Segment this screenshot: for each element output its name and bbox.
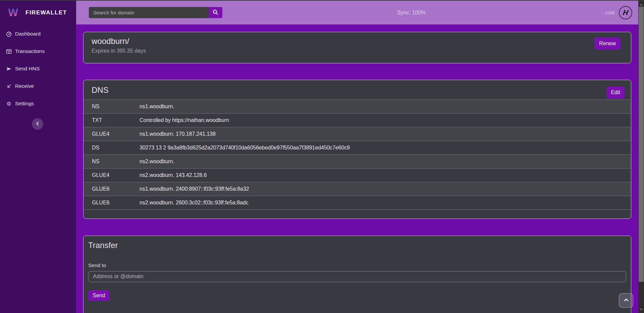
- brand[interactable]: W FIREWALLET: [0, 1, 76, 24]
- window-top-edge: [0, 0, 644, 1]
- record-value: ns1.woodburn.: [140, 100, 631, 114]
- dns-title: DNS: [92, 85, 623, 95]
- sidebar-item-label: Receive: [15, 83, 34, 89]
- sidebar-item-label: Dashboard: [15, 31, 41, 37]
- record-type: NS: [84, 155, 140, 169]
- table-row: GLUE6 ns1.woodburn. 2400:8907::f03c:93ff…: [84, 182, 631, 196]
- table-row: NS ns2.woodburn.: [84, 155, 631, 169]
- arrow-down-left-icon: [6, 83, 12, 89]
- domain-search: [89, 7, 222, 18]
- chevron-up-icon: [624, 297, 629, 304]
- firewallet-logo-icon: W: [6, 5, 20, 20]
- wallet-group: cold H: [605, 1, 632, 24]
- table-row: TXT Controlled by https://nathan.woodbur…: [84, 114, 631, 127]
- chevron-left-icon: [36, 122, 40, 127]
- vertical-scrollbar: ▲ ▼: [638, 1, 644, 313]
- sync-status: Sync: 100%: [397, 1, 426, 24]
- topbar: Sync: 100% cold H: [76, 1, 638, 24]
- speedometer-icon: [6, 31, 12, 37]
- domain-card: woodburn/ Expires in 395.35 days Renew: [83, 32, 631, 63]
- scrollbar-up-icon[interactable]: ▲: [638, 2, 644, 7]
- main-content: woodburn/ Expires in 395.35 days Renew D…: [76, 24, 638, 313]
- dns-card: DNS Edit NS ns1.woodburn. TXT Controlled…: [83, 80, 631, 219]
- sidebar-item-label: Settings: [15, 101, 34, 107]
- record-type: TXT: [84, 114, 140, 127]
- table-icon: [6, 49, 12, 54]
- table-row: GLUE4 ns1.woodburn. 170.187.241.138: [84, 127, 631, 141]
- scroll-to-top-button[interactable]: [619, 293, 633, 308]
- svg-text:W: W: [8, 6, 18, 18]
- transfer-title: Transfer: [88, 241, 626, 250]
- edit-dns-button[interactable]: Edit: [606, 86, 625, 99]
- dns-card-header: DNS: [84, 80, 631, 100]
- domain-expiry: Expires in 395.35 days: [92, 48, 623, 54]
- record-type: DS: [84, 141, 140, 155]
- table-row: GLUE4 ns2.woodburn. 143.42.128.6: [84, 169, 631, 182]
- record-value: ns2.woodburn.: [140, 155, 631, 169]
- transfer-card: Transfer Send to Send: [83, 236, 631, 313]
- table-row: NS ns1.woodburn.: [84, 100, 631, 114]
- record-type: GLUE6: [84, 182, 140, 196]
- dns-records-table: NS ns1.woodburn. TXT Controlled by https…: [84, 100, 631, 210]
- send-transfer-button[interactable]: Send: [88, 290, 109, 301]
- gear-icon: ⚙: [6, 101, 12, 107]
- search-button[interactable]: [209, 7, 222, 18]
- sidebar-item-settings[interactable]: ⚙ Settings: [0, 95, 76, 112]
- scrollbar-down-icon[interactable]: ▼: [638, 307, 644, 312]
- handshake-avatar-icon[interactable]: H: [619, 6, 632, 19]
- renew-button[interactable]: Renew: [594, 38, 621, 50]
- transfer-address-input[interactable]: [88, 271, 626, 282]
- record-value: Controlled by https://nathan.woodburn: [140, 114, 631, 127]
- sidebar-item-label: Transactions: [15, 48, 45, 54]
- record-type: GLUE4: [84, 127, 140, 141]
- record-value: ns2.woodburn. 143.42.128.6: [140, 169, 631, 182]
- sidebar-nav: Dashboard Transactions Send HNS: [0, 25, 76, 112]
- sidebar-item-send-hns[interactable]: Send HNS: [0, 60, 76, 77]
- record-value: ns1.woodburn. 170.187.241.138: [140, 127, 631, 141]
- record-type: GLUE4: [84, 169, 140, 182]
- record-value: ns2.woodburn. 2600:3c02::f03c:93ff:fe5a:…: [140, 196, 631, 210]
- sidebar: W FIREWALLET Dashboard: [0, 1, 76, 313]
- sidebar-item-dashboard[interactable]: Dashboard: [0, 25, 76, 43]
- sidebar-collapse-button[interactable]: [32, 118, 43, 130]
- record-type: NS: [84, 100, 140, 114]
- search-icon: [213, 9, 218, 16]
- scrollbar-thumb[interactable]: [639, 7, 644, 282]
- search-input[interactable]: [89, 7, 209, 18]
- sidebar-item-receive[interactable]: Receive: [0, 77, 76, 95]
- wallet-name: cold: [605, 10, 614, 15]
- sidebar-item-transactions[interactable]: Transactions: [0, 43, 76, 60]
- record-type: GLUE6: [84, 196, 140, 210]
- send-to-label: Send to: [88, 262, 626, 268]
- sidebar-item-label: Send HNS: [15, 66, 40, 72]
- table-row: GLUE6 ns2.woodburn. 2600:3c02::f03c:93ff…: [84, 196, 631, 210]
- domain-title: woodburn/: [92, 37, 623, 46]
- table-row: DS 30273 13 2 9a3a8fb3d625d2a2073d740f10…: [84, 141, 631, 155]
- send-icon: [6, 66, 12, 72]
- brand-name: FIREWALLET: [25, 9, 67, 16]
- record-value: 30273 13 2 9a3a8fb3d625d2a2073d740f10da6…: [140, 141, 631, 155]
- record-value: ns1.woodburn. 2400:8907::f03c:93ff:fe5a:…: [140, 182, 631, 196]
